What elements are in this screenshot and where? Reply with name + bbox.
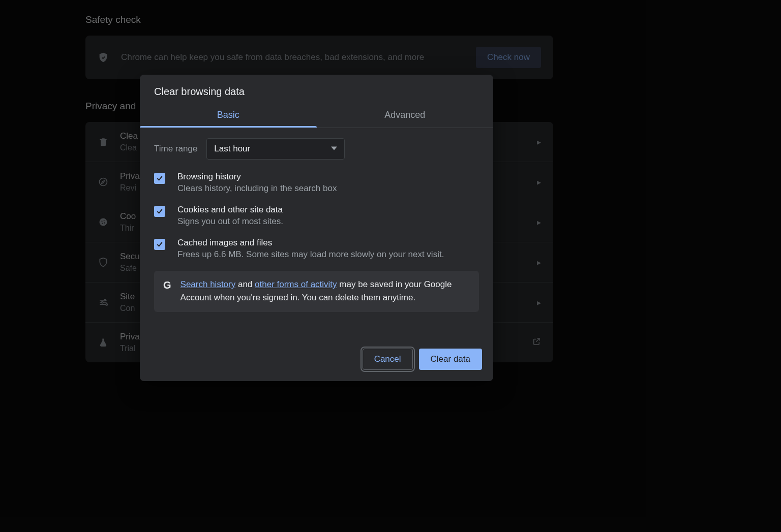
google-icon: G [163, 279, 171, 291]
checkbox-checked-icon[interactable] [154, 173, 165, 184]
time-range-select[interactable]: Last hour [206, 138, 345, 160]
checkbox-checked-icon[interactable] [154, 206, 165, 217]
info-text: Search history and other forms of activi… [181, 278, 470, 305]
option-cached-images[interactable]: Cached images and files Frees up 6.6 MB.… [154, 238, 479, 260]
clear-browsing-data-dialog: Clear browsing data Basic Advanced Time … [140, 75, 493, 381]
checkbox-checked-icon[interactable] [154, 239, 165, 250]
time-range-label: Time range [154, 144, 197, 154]
dialog-tabs: Basic Advanced [140, 104, 493, 128]
option-cookies[interactable]: Cookies and other site data Signs you ou… [154, 205, 479, 227]
dialog-title: Clear browsing data [140, 75, 493, 104]
tab-advanced[interactable]: Advanced [317, 104, 494, 128]
chevron-down-icon [331, 144, 337, 154]
option-title: Browsing history [177, 172, 337, 182]
tab-basic[interactable]: Basic [140, 104, 317, 128]
google-account-info: G Search history and other forms of acti… [154, 271, 479, 312]
search-history-link[interactable]: Search history [181, 279, 236, 289]
clear-data-button[interactable]: Clear data [419, 349, 482, 370]
other-activity-link[interactable]: other forms of activity [255, 279, 337, 289]
option-subtitle: Clears history, including in the search … [177, 183, 337, 194]
option-title: Cookies and other site data [177, 205, 283, 215]
option-browsing-history[interactable]: Browsing history Clears history, includi… [154, 172, 479, 194]
option-title: Cached images and files [177, 238, 444, 248]
time-range-value: Last hour [214, 144, 250, 154]
option-subtitle: Frees up 6.6 MB. Some sites may load mor… [177, 249, 444, 260]
option-subtitle: Signs you out of most sites. [177, 216, 283, 227]
cancel-button[interactable]: Cancel [363, 349, 413, 370]
